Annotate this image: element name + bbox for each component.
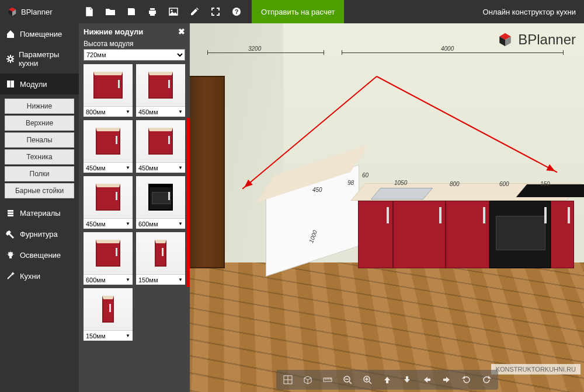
sidebar-item-kitchens[interactable]: Кухни	[0, 265, 79, 286]
sidebar-label: Кухни	[20, 272, 40, 281]
svg-text:?: ?	[235, 8, 239, 15]
canvas-brand: BPlanner	[497, 32, 576, 48]
module-thumb	[136, 232, 185, 274]
sub-lower[interactable]: Нижние	[5, 99, 74, 114]
app-logo: BPlanner	[0, 6, 79, 17]
width-select[interactable]: 450мм	[136, 162, 185, 173]
zoom-out-icon[interactable]	[342, 374, 353, 386]
top-bar: BPlanner ? Отправить на расчет Онлайн ко…	[0, 0, 584, 23]
sidebar-item-materials[interactable]: Материалы	[0, 202, 79, 223]
brand-text: BPlanner	[518, 32, 576, 48]
width-select[interactable]: 150мм	[136, 274, 185, 285]
gear-icon	[6, 54, 14, 64]
toolbar: ?	[79, 0, 247, 23]
viewport-3d[interactable]: 3200 4000 60 1050 800 600 150 450 98 100…	[190, 23, 584, 392]
open-icon[interactable]	[100, 0, 121, 23]
wand-icon	[6, 271, 15, 281]
edit-icon[interactable]	[184, 0, 205, 23]
height-select[interactable]: 720мм	[84, 49, 185, 61]
sidebar-label: Помещение	[20, 30, 62, 38]
width-select[interactable]: 450мм	[84, 162, 133, 173]
module-card[interactable]: 450мм	[136, 120, 185, 173]
print-icon[interactable]	[142, 0, 163, 23]
dim-value: 60	[362, 172, 369, 178]
sidebar-label: Фурнитура	[20, 230, 58, 239]
dim-value: 800	[450, 181, 460, 187]
svg-point-4	[9, 57, 12, 61]
modules-icon	[6, 79, 15, 89]
width-select[interactable]: 450мм	[84, 218, 133, 229]
sidebar-item-modules[interactable]: Модули	[0, 74, 79, 94]
module-card[interactable]: 450мм	[136, 64, 185, 117]
module-thumb	[84, 120, 133, 162]
svg-rect-8	[9, 257, 12, 258]
sub-upper[interactable]: Верхние	[5, 116, 74, 131]
counter-run	[358, 198, 574, 268]
submit-button[interactable]: Отправить на расчет	[252, 0, 344, 23]
fullscreen-icon[interactable]	[205, 0, 226, 23]
module-card[interactable]: 800мм	[84, 64, 133, 117]
rotate-left-icon[interactable]	[461, 374, 472, 386]
arrow-down-icon[interactable]	[401, 374, 413, 386]
logo-icon	[7, 6, 18, 17]
width-select[interactable]: 600мм	[136, 218, 185, 229]
module-thumb	[136, 176, 185, 218]
module-card[interactable]: 450мм	[84, 176, 133, 229]
close-icon[interactable]: ✖	[178, 27, 185, 36]
dim-value: 1050	[394, 180, 407, 186]
module-grid: 800мм450мм450мм450мм450мм600мм600мм150мм…	[84, 64, 185, 341]
arrow-up-icon[interactable]	[381, 374, 393, 386]
sink	[371, 188, 433, 200]
sidebar-item-lighting[interactable]: Освещение	[0, 244, 79, 265]
sidebar-item-hardware[interactable]: Фурнитура	[0, 223, 79, 244]
modules-panel: Нижние модули ✖ Высота модуля 720мм 800м…	[79, 23, 190, 392]
sidebar-label: Материалы	[20, 209, 61, 218]
width-select[interactable]: 150мм	[84, 330, 133, 341]
zoom-in-icon[interactable]	[361, 374, 373, 386]
cabinet	[446, 201, 489, 268]
view-controls	[276, 370, 498, 390]
module-card[interactable]: 600мм	[136, 176, 185, 229]
sub-appliances[interactable]: Техника	[5, 149, 74, 164]
cabinet-fronts	[358, 201, 574, 268]
sidebar-submenu: Нижние Верхние Пеналы Техника Полки Барн…	[0, 94, 79, 202]
sidebar-item-room[interactable]: Помещение	[0, 23, 79, 44]
arrow-right-icon[interactable]	[441, 374, 453, 386]
rotate-right-icon[interactable]	[481, 374, 492, 386]
view-3d-icon[interactable]	[302, 374, 314, 386]
module-thumb	[136, 120, 185, 162]
sub-bar[interactable]: Барные стойки	[5, 183, 74, 198]
width-select[interactable]: 800мм	[84, 106, 133, 117]
door	[190, 76, 225, 268]
sub-tall[interactable]: Пеналы	[5, 132, 74, 148]
arrow-left-icon[interactable]	[421, 374, 433, 386]
module-card[interactable]: 150мм	[136, 232, 185, 285]
module-thumb	[84, 288, 133, 330]
kitchen-assembly: 60 1050 800 600 150 450 98 1000	[254, 163, 558, 280]
view-grid-icon[interactable]	[282, 374, 294, 386]
svg-point-1	[171, 10, 173, 12]
ruler-icon[interactable]	[322, 374, 333, 386]
help-icon[interactable]: ?	[226, 0, 247, 23]
materials-icon	[6, 208, 15, 218]
bulb-icon	[6, 250, 15, 260]
home-icon	[6, 29, 15, 38]
logo-icon	[497, 32, 513, 48]
module-card[interactable]: 150мм	[84, 288, 133, 341]
new-icon[interactable]	[79, 0, 100, 23]
module-card[interactable]: 600мм	[84, 232, 133, 285]
oven	[489, 201, 551, 268]
width-select[interactable]: 450мм	[136, 106, 185, 117]
module-card[interactable]: 450мм	[84, 120, 133, 173]
sidebar-label: Модули	[20, 80, 47, 89]
width-select[interactable]: 600мм	[84, 274, 133, 285]
dim-value: 600	[499, 181, 509, 187]
module-thumb	[84, 232, 133, 274]
dim-line	[342, 52, 564, 53]
sidebar-item-params[interactable]: Параметры кухни	[0, 44, 79, 74]
height-label: Высота модуля	[84, 40, 185, 48]
save-icon[interactable]	[121, 0, 142, 23]
sub-shelves[interactable]: Полки	[5, 166, 74, 181]
image-icon[interactable]	[163, 0, 184, 23]
dim-value: 150	[540, 181, 550, 187]
